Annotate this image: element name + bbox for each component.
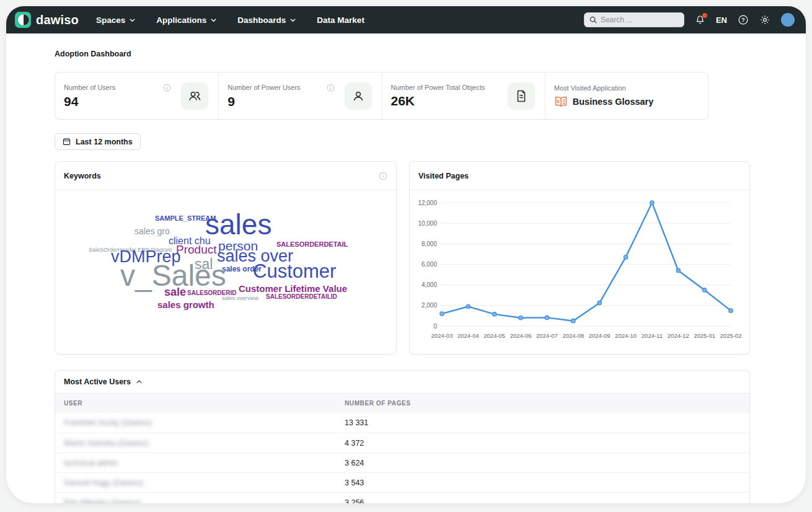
table-body: František Hucký (Dawiso)13 331Martin Sob… [55, 413, 749, 503]
data-point-2024-10[interactable] [624, 255, 627, 259]
data-point-2024-09[interactable] [598, 301, 601, 304]
user-name: Petr Mikeška (Dawiso) [64, 498, 345, 504]
info-icon[interactable] [163, 84, 171, 92]
info-icon[interactable] [379, 172, 387, 180]
pages-count: 3 543 [345, 479, 741, 487]
stat-value: 9 [227, 94, 338, 109]
svg-text:10,000: 10,000 [418, 220, 437, 227]
stats-card: Number of Users 94 Number of Power Users [55, 72, 708, 120]
stat-number-of-users: Number of Users 94 [55, 73, 218, 119]
data-point-2024-12[interactable] [676, 268, 680, 272]
user-name: Samuel Nagy (Dawiso) [64, 479, 345, 487]
keyword-customer-lifetime-value[interactable]: Customer Lifetime Value [239, 284, 347, 293]
nav-item-label: Dashboards [237, 15, 286, 25]
stat-value: 26K [391, 94, 501, 108]
svg-text:2024-04: 2024-04 [457, 332, 479, 339]
keyword-customer[interactable]: Customer [253, 262, 336, 281]
data-point-2025-02[interactable] [729, 309, 733, 312]
data-point-2024-05[interactable] [493, 312, 496, 316]
search-icon [589, 16, 597, 24]
data-point-2024-04[interactable] [466, 304, 470, 308]
svg-text:?: ? [741, 17, 745, 23]
app-window: dawiso Spaces Applications Dashboards Da… [6, 6, 806, 503]
table-row[interactable]: Petr Mikeška (Dawiso)3 256 [55, 492, 749, 503]
settings-gear-button[interactable] [759, 14, 770, 25]
keyword-salesorderdetailid[interactable]: SALESORDERDETAILID [266, 294, 337, 300]
users-icon [181, 82, 208, 110]
data-point-2024-11[interactable] [650, 201, 654, 205]
svg-text:2024-10: 2024-10 [615, 332, 637, 339]
svg-text:12,000: 12,000 [418, 200, 437, 206]
pages-count: 3 624 [345, 459, 741, 467]
table-row[interactable]: František Hucký (Dawiso)13 331 [55, 413, 749, 433]
column-header-user: USER [64, 400, 345, 407]
notification-badge [702, 13, 707, 18]
info-icon[interactable] [327, 84, 335, 92]
stat-label: Number of Power Users [227, 84, 300, 91]
keywords-card: Keywords SAMPLE_STREAMsales grosalesclie… [55, 161, 397, 355]
visited-pages-title: Visited Pages [418, 172, 469, 180]
stat-label: Number of Power Total Objects [391, 84, 485, 91]
table-row[interactable]: technical admin3 624 [55, 452, 749, 472]
visited-pages-card: Visited Pages 02,0004,0006,0008,00010,00… [409, 161, 750, 355]
svg-text:2025-02: 2025-02 [720, 332, 742, 339]
nav-item-dashboards[interactable]: Dashboards [237, 15, 296, 25]
stat-label: Most Visited Application [554, 84, 626, 92]
glossary-book-icon: $ [554, 95, 568, 108]
nav-item-data-market[interactable]: Data Market [317, 15, 364, 25]
brand-logo[interactable]: dawiso [15, 12, 79, 28]
user-avatar[interactable] [781, 13, 795, 27]
svg-text:4,000: 4,000 [421, 281, 437, 288]
data-point-2024-06[interactable] [519, 316, 523, 320]
nav-item-label: Applications [156, 15, 206, 25]
svg-text:$: $ [557, 99, 560, 104]
most-active-users-card: Most Active Users USER NUMBER OF PAGES F… [55, 370, 750, 503]
date-range-filter-button[interactable]: Last 12 months [55, 133, 141, 150]
calendar-icon [63, 138, 71, 146]
keyword-cloud: SAMPLE_STREAMsales grosalesclient chuSAL… [55, 190, 396, 354]
nav-item-spaces[interactable]: Spaces [96, 15, 135, 25]
brand-name: dawiso [36, 13, 79, 27]
most-visited-app-value[interactable]: Business Glossary [573, 97, 654, 107]
user-name: František Hucký (Dawiso) [64, 418, 345, 427]
notifications-button[interactable] [695, 14, 705, 25]
top-navbar: dawiso Spaces Applications Dashboards Da… [6, 6, 806, 33]
search-input[interactable] [601, 15, 679, 24]
chevron-down-icon [290, 17, 296, 23]
keyword-sales-growth[interactable]: sales growth [157, 300, 214, 309]
user-name: technical admin [64, 459, 345, 467]
svg-text:2024-09: 2024-09 [589, 332, 611, 339]
table-column-headers: USER NUMBER OF PAGES [55, 393, 749, 413]
data-point-2025-01[interactable] [702, 288, 706, 292]
pages-count: 4 372 [345, 439, 741, 448]
data-point-2024-08[interactable] [571, 319, 575, 323]
svg-text:8,000: 8,000 [421, 241, 437, 247]
table-row[interactable]: Samuel Nagy (Dawiso)3 543 [55, 472, 749, 492]
pages-count: 13 331 [345, 418, 741, 427]
navbar-right: EN ? [584, 12, 795, 27]
svg-text:2025-01: 2025-01 [694, 332, 715, 339]
keyword-sale[interactable]: sale [164, 286, 186, 298]
data-point-2024-03[interactable] [440, 312, 444, 316]
keyword-product[interactable]: Product [176, 244, 216, 255]
search-box[interactable] [584, 12, 684, 27]
data-point-2024-07[interactable] [545, 316, 549, 319]
visited-pages-chart: 02,0004,0006,0008,00010,00012,0002024-03… [410, 192, 749, 351]
table-row[interactable]: Martin Sobotka (Dawiso)4 372 [55, 433, 749, 452]
main-content: Adoption Dashboard Number of Users 94 [6, 33, 806, 503]
table-title: Most Active Users [64, 377, 131, 386]
keyword-sales[interactable]: sales [205, 210, 271, 239]
language-selector[interactable]: EN [716, 15, 727, 25]
stat-number-of-power-users: Number of Power Users 9 [218, 73, 381, 119]
nav-item-label: Data Market [317, 15, 364, 25]
pages-count: 3 256 [345, 498, 741, 504]
nav-item-applications[interactable]: Applications [156, 15, 216, 25]
help-button[interactable]: ? [738, 14, 749, 25]
chevron-down-icon [211, 17, 216, 23]
collapse-chevron-up-icon[interactable] [136, 379, 143, 386]
svg-text:2024-12: 2024-12 [668, 332, 689, 339]
keyword-sales-overview[interactable]: sales overview [222, 296, 258, 301]
keyword-sales-gro[interactable]: sales gro [135, 227, 170, 236]
svg-text:2024-11: 2024-11 [642, 332, 663, 339]
svg-text:0: 0 [433, 323, 437, 330]
